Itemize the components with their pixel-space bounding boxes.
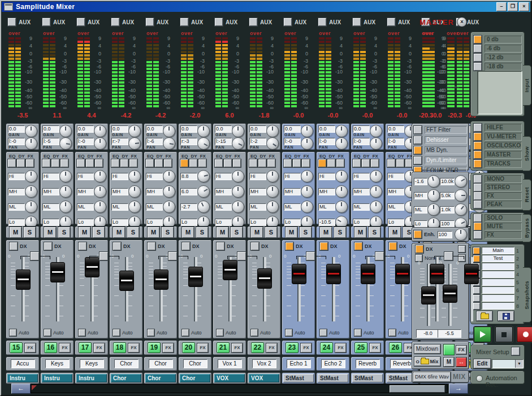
eq-band-value[interactable]: Hi: [42, 173, 59, 180]
auto-checkbox[interactable]: [79, 329, 85, 336]
output-routing-button[interactable]: StMast: [318, 374, 348, 382]
gain-value[interactable]: 0.0: [215, 125, 232, 133]
eq-band-value[interactable]: Lo: [77, 219, 94, 226]
fx-enable-checkbox[interactable]: [336, 159, 344, 167]
stop-button[interactable]: [495, 327, 513, 342]
dx-checkbox[interactable]: [217, 242, 224, 250]
aux-checkbox[interactable]: [8, 18, 16, 26]
input-panel-tab[interactable]: Input: [523, 65, 531, 106]
snapshot-checkbox[interactable]: [473, 255, 480, 262]
channel-name-field[interactable]: Reverb: [356, 359, 380, 368]
scrollbar-track[interactable]: [31, 384, 448, 393]
eq-band-value[interactable]: MH: [284, 188, 301, 195]
reset-option-checkbox[interactable]: [474, 175, 482, 183]
aux-checkbox[interactable]: [42, 18, 50, 26]
eq-enable-checkbox[interactable]: [215, 159, 223, 167]
channel-number-button[interactable]: 26: [389, 342, 402, 353]
eq-band-knob[interactable]: [197, 185, 210, 198]
output-routing-button[interactable]: Chor: [111, 374, 141, 382]
eq-band-knob[interactable]: [335, 170, 348, 182]
dynamics-enable-checkbox[interactable]: [17, 159, 25, 167]
eq-band-value[interactable]: MH: [249, 188, 266, 195]
dynamics-enable-checkbox[interactable]: [189, 159, 197, 167]
solo-button[interactable]: S: [58, 227, 70, 238]
master-dx-checkbox[interactable]: [416, 245, 423, 253]
fader-handle[interactable]: [16, 269, 31, 290]
pan-knob[interactable]: [266, 137, 279, 150]
enhancer-value[interactable]: 100: [438, 231, 453, 238]
eq-band-knob[interactable]: [128, 185, 141, 198]
scrollbar-thumb[interactable]: [390, 385, 445, 393]
snapshot-name-field[interactable]: [482, 263, 514, 270]
aux-checkbox[interactable]: [215, 18, 223, 26]
master-right-checkbox-1[interactable]: [459, 246, 465, 253]
master-fx-checkbox[interactable]: [414, 156, 422, 164]
fader-handle[interactable]: [119, 271, 134, 291]
eq-enable-checkbox[interactable]: [146, 159, 154, 167]
fader-handle[interactable]: [188, 267, 203, 287]
output-routing-button[interactable]: VOX: [249, 374, 279, 382]
dx-checkbox[interactable]: [251, 242, 259, 250]
fx-enable-checkbox[interactable]: [267, 159, 275, 167]
gain-value[interactable]: 0.0: [180, 125, 197, 133]
eq-band-value[interactable]: ML: [215, 203, 232, 211]
snapshot-name-field[interactable]: [482, 294, 514, 302]
pan-knob[interactable]: [59, 137, 72, 150]
aux-checkbox[interactable]: [77, 18, 85, 26]
eq-band-knob[interactable]: [301, 185, 313, 198]
gain-knob[interactable]: [25, 125, 37, 137]
master-fader-value[interactable]: -8.0: [416, 329, 440, 338]
solo-button[interactable]: S: [24, 227, 36, 238]
auto-checkbox[interactable]: [217, 329, 223, 336]
eq-band-value[interactable]: 6.0: [180, 188, 197, 195]
solo-button[interactable]: S: [369, 227, 380, 238]
fx-enable-checkbox[interactable]: [371, 159, 379, 167]
eq-band-knob[interactable]: [163, 185, 175, 198]
show-panel-tab[interactable]: Show: [523, 136, 531, 171]
channel-number-button[interactable]: 25: [354, 342, 367, 353]
eq-band-value[interactable]: MH: [353, 188, 370, 195]
eq-band-knob[interactable]: [94, 201, 106, 213]
eq-band-value[interactable]: ML: [146, 203, 163, 211]
eq-band-value[interactable]: Hi: [318, 173, 335, 180]
pan-knob[interactable]: [163, 137, 175, 150]
eq-band-value[interactable]: ML: [318, 203, 335, 211]
eq-band-value[interactable]: MH: [77, 188, 94, 195]
master-eq-freq-value[interactable]: 100: [440, 220, 455, 228]
input-level-checkbox[interactable]: [474, 54, 482, 62]
pan-knob[interactable]: [25, 137, 37, 150]
gain-value[interactable]: 0.0: [111, 125, 128, 133]
channel-name-field[interactable]: Keys: [45, 359, 70, 368]
channel-name-field[interactable]: Echo 2: [321, 359, 345, 368]
eq-band-value[interactable]: Lo: [249, 219, 266, 226]
reset-option-checkbox[interactable]: [474, 184, 482, 192]
pan-knob[interactable]: [197, 137, 210, 150]
eq-band-knob[interactable]: [197, 201, 210, 213]
fader-handle[interactable]: [154, 269, 168, 290]
setup-combo[interactable]: ▼: [492, 359, 524, 368]
record-button[interactable]: [517, 327, 532, 342]
gain-value[interactable]: 0.0: [387, 125, 404, 133]
eq-band-value[interactable]: Hi: [77, 173, 94, 180]
channel-fx-button[interactable]: FX: [335, 343, 346, 353]
snapshot-name-field[interactable]: Main: [482, 247, 514, 254]
dx-checkbox[interactable]: [113, 242, 121, 250]
dx-checkbox[interactable]: [286, 242, 293, 250]
channel-number-button[interactable]: 22: [251, 342, 264, 353]
pan-value[interactable]: r:-7: [111, 138, 128, 145]
snapshots-panel-tab[interactable]: Snapshots: [523, 267, 531, 323]
auto-checkbox[interactable]: [10, 329, 16, 336]
scroll-left-button[interactable]: ←: [11, 384, 31, 394]
eq-band-knob[interactable]: [335, 201, 348, 213]
channel-fx-button[interactable]: FX: [94, 343, 105, 353]
channel-number-button[interactable]: 18: [113, 342, 126, 353]
master-eq-freq-value[interactable]: 10.0k: [440, 178, 455, 185]
master-close-button[interactable]: ×: [457, 17, 467, 27]
eq-band-knob[interactable]: [232, 170, 244, 182]
eq-band-knob[interactable]: [59, 185, 72, 198]
pan-knob[interactable]: [370, 137, 382, 150]
stereo-link-button[interactable]: [237, 252, 246, 260]
gain-value[interactable]: 0.0: [77, 125, 94, 133]
eq-band-value[interactable]: -10.5: [318, 219, 335, 226]
gain-value[interactable]: 0.0: [318, 125, 335, 133]
